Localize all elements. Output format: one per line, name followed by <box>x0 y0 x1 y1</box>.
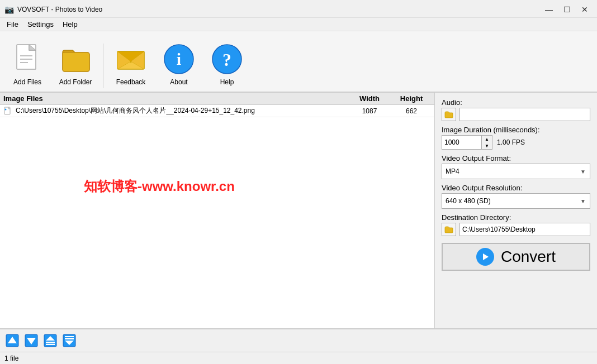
svg-rect-27 <box>65 338 74 339</box>
watermark: 知软博客-www.knowr.cn <box>84 178 235 195</box>
destination-section: Destination Directory: <box>442 213 590 236</box>
help-label: Help <box>220 78 234 86</box>
duration-decrement-button[interactable]: ▼ <box>482 142 492 149</box>
format-select[interactable]: MP4 AVI MOV WMV <box>442 164 590 179</box>
file-list-table[interactable]: C:\Users\10755\Desktop\网站\几何商务风个人名片__202… <box>0 105 434 117</box>
audio-row <box>442 108 590 121</box>
svg-text:i: i <box>177 50 181 68</box>
fps-label: 1.00 FPS <box>497 138 525 146</box>
add-folder-label: Add Folder <box>59 78 92 86</box>
menu-bar: File Settings Help <box>0 18 597 31</box>
file-list-header: Image Files Width Height <box>0 93 434 105</box>
about-icon: i <box>162 42 196 76</box>
format-label: Video Output Format: <box>442 154 590 162</box>
title-bar-left: 📷 VOVSOFT - Photos to Video <box>4 5 102 14</box>
resolution-select-wrap: 640 x 480 (SD) 1280 x 720 (HD) 1920 x 10… <box>442 193 590 209</box>
audio-path-input[interactable] <box>459 108 590 121</box>
format-section: Video Output Format: MP4 AVI MOV WMV <box>442 154 590 179</box>
resolution-label: Video Output Resolution: <box>442 184 590 192</box>
dest-row <box>442 223 590 236</box>
right-panel: Audio: Image Duration (milliseconds): ▲ <box>435 93 597 328</box>
feedback-label: Feedback <box>116 78 146 86</box>
audio-label: Audio: <box>442 98 590 107</box>
toolbar-separator-1 <box>103 44 103 88</box>
convert-arrow-icon <box>476 248 494 266</box>
duration-spinner: ▲ ▼ <box>481 136 492 149</box>
convert-button[interactable]: Convert <box>442 243 590 271</box>
duration-input[interactable] <box>442 136 481 149</box>
move-up-button[interactable] <box>4 333 20 348</box>
duration-increment-button[interactable]: ▲ <box>482 136 492 142</box>
maximize-button[interactable]: ☐ <box>559 4 575 15</box>
svg-marker-16 <box>483 253 489 260</box>
title-bar-title: VOVSOFT - Photos to Video <box>17 6 102 13</box>
add-folder-icon <box>59 42 92 76</box>
header-width: Width <box>347 94 392 103</box>
move-top-button[interactable] <box>42 333 58 348</box>
title-bar: 📷 VOVSOFT - Photos to Video — ☐ ✕ <box>0 0 597 18</box>
table-row[interactable]: C:\Users\10755\Desktop\网站\几何商务风个人名片__202… <box>0 105 434 117</box>
format-select-wrap: MP4 AVI MOV WMV <box>442 164 590 179</box>
convert-label: Convert <box>501 248 556 266</box>
add-files-button[interactable]: Add Files <box>4 40 50 88</box>
svg-rect-23 <box>46 342 55 343</box>
toolbar: Add Files Add Folder Feedback <box>0 31 597 93</box>
dest-browse-button[interactable] <box>442 223 456 236</box>
resolution-section: Video Output Resolution: 640 x 480 (SD) … <box>442 184 590 209</box>
menu-file[interactable]: File <box>2 19 23 30</box>
add-files-icon <box>11 42 44 76</box>
svg-rect-28 <box>65 336 74 337</box>
file-list-area: Image Files Width Height C:\Users\10755\… <box>0 93 435 328</box>
help-icon: ? <box>210 42 244 76</box>
file-height: 662 <box>392 107 431 115</box>
about-label: About <box>170 78 187 86</box>
bottom-bar <box>0 328 597 352</box>
app-icon: 📷 <box>4 5 14 14</box>
svg-text:?: ? <box>222 50 231 70</box>
about-button[interactable]: i About <box>156 40 202 88</box>
main-content: Image Files Width Height C:\Users\10755\… <box>0 93 597 328</box>
add-files-label: Add Files <box>13 78 41 86</box>
close-button[interactable]: ✕ <box>577 4 593 15</box>
header-height: Height <box>392 94 431 103</box>
file-icon <box>3 107 13 116</box>
audio-browse-button[interactable] <box>442 108 456 121</box>
dest-label: Destination Directory: <box>442 213 590 222</box>
title-bar-controls: — ☐ ✕ <box>541 4 593 15</box>
move-down-button[interactable] <box>23 333 39 348</box>
duration-row: ▲ ▼ 1.00 FPS <box>442 135 590 150</box>
resolution-select[interactable]: 640 x 480 (SD) 1280 x 720 (HD) 1920 x 10… <box>442 193 590 209</box>
duration-input-wrap: ▲ ▼ <box>442 135 492 150</box>
feedback-button[interactable]: Feedback <box>108 40 154 88</box>
minimize-button[interactable]: — <box>541 4 557 15</box>
move-bottom-button[interactable] <box>61 333 77 348</box>
header-image-files: Image Files <box>3 94 347 103</box>
file-list-relative: C:\Users\10755\Desktop\网站\几何商务风个人名片__202… <box>0 105 434 328</box>
svg-point-15 <box>5 108 7 110</box>
audio-section: Audio: <box>442 98 590 121</box>
menu-help[interactable]: Help <box>58 19 82 30</box>
add-folder-button[interactable]: Add Folder <box>53 40 98 88</box>
feedback-icon <box>114 42 148 76</box>
dest-path-input[interactable] <box>459 223 590 236</box>
duration-label: Image Duration (milliseconds): <box>442 126 590 134</box>
file-path: C:\Users\10755\Desktop\网站\几何商务风个人名片__202… <box>16 106 347 116</box>
help-button[interactable]: ? Help <box>204 40 250 88</box>
duration-section: Image Duration (milliseconds): ▲ ▼ 1.00 … <box>442 126 590 150</box>
file-width: 1087 <box>347 107 392 115</box>
svg-rect-24 <box>46 344 55 345</box>
status-bar: 1 file <box>0 352 597 364</box>
menu-settings[interactable]: Settings <box>23 19 58 30</box>
status-text: 1 file <box>4 355 18 362</box>
